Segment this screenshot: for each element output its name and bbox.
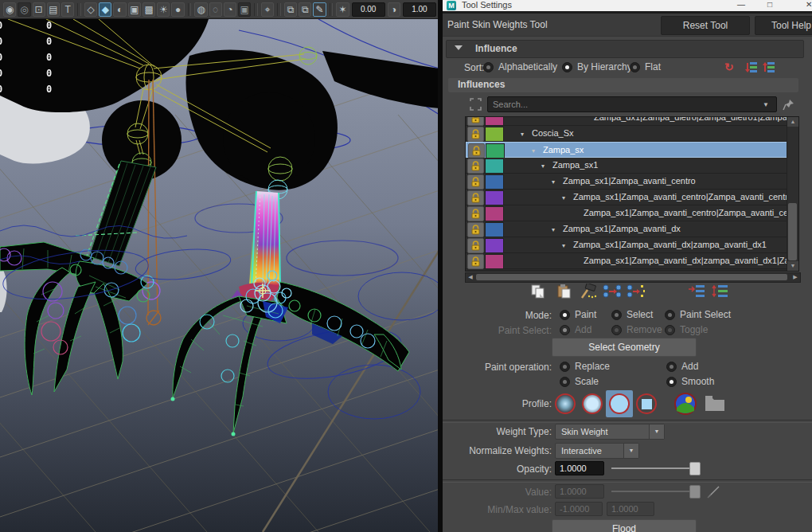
lock-icon[interactable] (467, 190, 484, 205)
refresh-icon[interactable]: ↻ (724, 61, 734, 73)
gamma-field[interactable]: 1.00 (403, 2, 436, 17)
copy-weights-icon[interactable] (530, 284, 549, 299)
reset-tool-button[interactable]: Reset Tool (661, 16, 750, 35)
lock-icon[interactable] (467, 254, 484, 269)
influence-color-swatch[interactable] (485, 206, 504, 221)
influence-row-2[interactable]: ▾Zampa_sx (466, 142, 788, 158)
hud-text-icon[interactable]: T (61, 2, 74, 17)
list-horizontal-scrollbar[interactable]: ◀ ▶ (465, 272, 801, 283)
exposure-field[interactable]: 0.00 (352, 2, 385, 17)
influence-color-swatch[interactable] (485, 174, 504, 190)
expand-list-icon[interactable] (711, 284, 730, 299)
select-highlight-icon[interactable]: ◉ (3, 2, 16, 17)
image-plane-icon[interactable]: ▤ (47, 2, 60, 17)
influence-row-4[interactable]: ▾Zampa_sx1|Zampa_avanti_centro (466, 174, 788, 190)
tree-expand-icon[interactable]: ▾ (532, 143, 543, 158)
tree-expand-icon[interactable]: ▾ (562, 190, 573, 205)
sort-by-hierarchy-radio[interactable]: By Hierarchy (562, 61, 632, 72)
flood-button[interactable]: Flood (552, 519, 697, 532)
selected-only-icon[interactable]: ◎ (18, 2, 30, 17)
influence-row-3[interactable]: ▾Zampa_sx1 (466, 158, 788, 174)
pin-icon[interactable] (783, 98, 795, 111)
soft-brush-icon[interactable] (582, 393, 603, 414)
isolate-add-icon[interactable]: ⧉ (299, 2, 311, 17)
shadows-icon[interactable]: ● (171, 2, 184, 17)
paint-operation-add-radio[interactable]: Add (666, 361, 698, 372)
paint-operation-replace-radio[interactable]: Replace (560, 361, 610, 372)
influence-row-5[interactable]: ▾Zampa_sx1|Zampa_avanti_centro|Zampa_ava… (466, 190, 788, 205)
square-brush-icon[interactable] (636, 393, 657, 414)
motion-blur-icon[interactable]: ◌ (209, 2, 222, 17)
scroll-down-icon[interactable]: ▼ (787, 261, 798, 271)
mode-paint-radio[interactable]: Paint (560, 309, 596, 320)
lock-icon[interactable] (467, 238, 484, 253)
swap-weights-icon[interactable] (626, 284, 645, 299)
lock-icon[interactable] (467, 174, 484, 190)
opacity-input[interactable] (555, 461, 604, 475)
opacity-slider[interactable] (611, 462, 701, 474)
influences-subheader[interactable]: Influences (448, 78, 798, 92)
shaded-wireframe-icon[interactable]: ◐ (113, 2, 126, 17)
slider-handle[interactable] (689, 462, 701, 475)
influence-row-9[interactable]: Zampa_sx1|Zampa_avanti_dx|zampa_avanti_d… (466, 253, 788, 269)
contrast-icon[interactable]: ◑ (388, 2, 400, 17)
list-vertical-scrollbar[interactable]: ▲ ▼ (787, 117, 798, 271)
mode-paint-select-radio[interactable]: Paint Select (665, 309, 731, 320)
influence-row-1[interactable]: ▾Coscia_Sx (466, 126, 788, 142)
tool-help-button[interactable]: Tool Help (755, 16, 812, 35)
gaussian-brush-icon[interactable] (555, 393, 576, 414)
tree-expand-icon[interactable]: ▾ (552, 174, 563, 189)
isolate-select-icon[interactable]: ⧉ (284, 2, 297, 17)
select-tool-icon[interactable]: ⌖ (261, 2, 274, 17)
influence-color-swatch[interactable] (485, 190, 504, 205)
search-input[interactable] (487, 96, 777, 112)
move-weights-icon[interactable] (602, 284, 621, 299)
influence-color-swatch[interactable] (485, 127, 504, 142)
depth-of-field-icon[interactable]: ◔ (224, 2, 236, 17)
minimize-button[interactable]: — (737, 0, 745, 9)
lock-icon[interactable] (467, 158, 484, 174)
smooth-shaded-icon[interactable]: ◆ (99, 2, 111, 17)
influence-color-swatch[interactable] (485, 222, 504, 237)
lighting-icon[interactable]: ☀ (157, 2, 170, 17)
use-all-lights-icon[interactable]: ▩ (142, 2, 155, 17)
wireframe-icon[interactable]: ◇ (84, 2, 97, 17)
paint-operation-scale-radio[interactable]: Scale (560, 376, 599, 387)
pen-edit-icon[interactable]: ✎ (313, 2, 326, 17)
close-button[interactable]: ✕ (806, 0, 812, 9)
anti-alias-icon[interactable]: ▣ (238, 2, 251, 17)
tree-expand-icon[interactable]: ▾ (552, 222, 563, 237)
filter-brackets-icon[interactable] (470, 98, 482, 111)
lock-icon[interactable] (467, 222, 484, 237)
influence-color-swatch[interactable] (485, 158, 504, 174)
search-dropdown-arrow-icon[interactable]: ▼ (763, 101, 769, 108)
sort-alphabetically-radio[interactable]: Alphabetically (483, 61, 557, 72)
tree-expand-icon[interactable]: ▾ (521, 127, 532, 141)
influence-color-swatch[interactable] (486, 143, 505, 158)
viewport-scene[interactable] (0, 19, 439, 532)
influence-row-6[interactable]: Zampa_sx1|Zampa_avanti_centro|Zampa_avan… (466, 205, 788, 221)
sort-hierarchy-down-icon[interactable] (745, 61, 758, 73)
hammer-weights-icon[interactable] (580, 284, 599, 299)
influence-color-swatch[interactable] (485, 254, 504, 269)
influence-section-header[interactable]: Influence (446, 40, 804, 58)
select-geometry-button[interactable]: Select Geometry (552, 338, 697, 357)
maximize-button[interactable]: □ (767, 0, 772, 9)
scroll-left-icon[interactable]: ◀ (466, 273, 475, 281)
exposure-icon[interactable]: ✶ (336, 2, 349, 17)
folder-icon[interactable] (704, 393, 726, 413)
ambient-occlusion-icon[interactable]: ◍ (194, 2, 207, 17)
influence-color-swatch[interactable] (485, 238, 504, 253)
tree-expand-icon[interactable]: ▾ (541, 158, 552, 173)
lock-icon[interactable] (467, 127, 484, 142)
weight-type-dropdown[interactable]: Skin Weight▼ (555, 424, 665, 440)
textured-icon[interactable]: ▣ (128, 2, 141, 17)
influence-row-0[interactable]: Zampa_dx1|Zampa_dietro|Zampa_dietro1|Zam… (466, 116, 788, 126)
normalize-weights-dropdown[interactable]: Interactive▼ (555, 443, 639, 459)
lock-icon[interactable] (467, 206, 484, 221)
scrollbar-thumb-horizontal[interactable] (476, 274, 787, 280)
influence-row-8[interactable]: ▾Zampa_sx1|Zampa_avanti_dx|zampa_avanti_… (466, 237, 788, 253)
paste-weights-icon[interactable] (556, 284, 575, 299)
collapse-list-icon[interactable] (688, 284, 707, 299)
sort-hierarchy-up-icon[interactable] (763, 61, 775, 73)
